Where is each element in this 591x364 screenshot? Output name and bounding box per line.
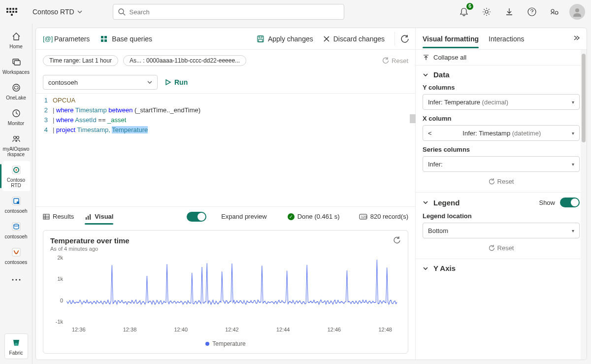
reset-legend-button[interactable]: Reset xyxy=(423,244,580,252)
rail-label: Home xyxy=(9,44,23,49)
pill-time-range[interactable]: Time range: Last 1 hour xyxy=(43,55,118,66)
label: Visual xyxy=(95,213,113,220)
chart-card: Temperature over time As of 4 minutes ag… xyxy=(43,230,408,354)
onelake-icon xyxy=(10,82,22,94)
workspaces-icon xyxy=(10,56,22,68)
rail-label: Fabric xyxy=(9,350,23,356)
y-columns-dropdown[interactable]: Infer: Temperature (decimal) ▾ xyxy=(423,94,580,110)
rail-workspaces[interactable]: Workspaces xyxy=(2,53,30,78)
svg-line-1 xyxy=(123,13,125,15)
expand-preview-toggle[interactable] xyxy=(187,212,206,222)
avatar[interactable] xyxy=(569,4,585,20)
rail-fabric[interactable]: Fabric xyxy=(4,333,28,359)
svg-point-24 xyxy=(19,279,20,281)
app-launcher-icon[interactable] xyxy=(6,6,18,18)
label: Run xyxy=(174,78,188,86)
label: Apply changes xyxy=(268,35,313,43)
rail-more[interactable] xyxy=(2,271,30,289)
tab-visual[interactable]: Visual xyxy=(85,209,113,224)
rail-monitor[interactable]: Monitor xyxy=(2,104,30,129)
fabric-icon xyxy=(10,337,22,349)
monitor-icon xyxy=(10,107,22,119)
chart-refresh-button[interactable] xyxy=(393,236,401,246)
apply-changes-button[interactable]: Apply changes xyxy=(257,35,313,43)
x-column-dropdown[interactable]: < Infer: Timestamp (datetime) ▾ xyxy=(423,125,580,141)
tab-interactions[interactable]: Interactions xyxy=(489,30,524,48)
legend-location-dropdown[interactable]: Bottom▾ xyxy=(423,223,580,238)
help-icon xyxy=(527,7,536,16)
rail-myworkspace[interactable]: myAIOqswo rkspace xyxy=(2,130,30,160)
rail-contosoeh-1[interactable]: contosoeh xyxy=(2,192,30,217)
download-button[interactable] xyxy=(501,4,517,20)
refresh-button[interactable] xyxy=(394,32,408,46)
tab-visual-formatting[interactable]: Visual formatting xyxy=(423,30,479,48)
download-icon xyxy=(505,7,514,16)
label: Data xyxy=(433,70,450,79)
section-yaxis-header[interactable]: Y Axis xyxy=(423,264,580,272)
collapse-all-button[interactable]: Collapse all xyxy=(416,50,587,65)
legend-show-toggle[interactable] xyxy=(560,198,580,207)
svg-rect-29 xyxy=(104,39,107,42)
expand-label: Expand preview xyxy=(221,213,267,220)
section-data-header[interactable]: Data xyxy=(423,70,580,79)
line-gutter: 1234 xyxy=(36,96,53,204)
discard-changes-button[interactable]: Discard changes xyxy=(323,35,385,43)
result-tabs: Results Visual Expand preview ✓ Done (0.… xyxy=(36,206,415,226)
queries-icon xyxy=(100,35,108,43)
panel-tabs: Visual formatting Interactions xyxy=(416,28,587,50)
svg-point-4 xyxy=(551,9,554,12)
workspace-dropdown[interactable]: Contoso RTD xyxy=(33,8,82,16)
settings-button[interactable] xyxy=(479,4,494,20)
chevron-down-icon xyxy=(423,199,428,205)
rail-label: Monitor xyxy=(8,121,24,126)
reset-data-button[interactable]: Reset xyxy=(423,178,580,185)
label: Done (0.461 s) xyxy=(297,213,340,220)
rail-label: contosoeh xyxy=(4,208,27,214)
query-editor[interactable]: 1234 OPCUA | where Timestamp between (_s… xyxy=(36,93,415,206)
rail-contosoes[interactable]: contosoes xyxy=(2,243,30,268)
reset-parameters[interactable]: Reset xyxy=(382,57,408,65)
parameters-button[interactable]: [@] Parameters xyxy=(43,35,90,43)
notifications-button[interactable]: 6 xyxy=(456,4,472,20)
svg-text:123: 123 xyxy=(361,215,367,219)
section-data: Data Y columns Infer: Temperature (decim… xyxy=(416,65,587,192)
svg-rect-39 xyxy=(90,214,91,220)
rail-contosoeh-2[interactable]: contosoeh xyxy=(2,218,30,242)
chevron-double-right-icon xyxy=(573,34,580,41)
svg-rect-31 xyxy=(259,36,262,38)
rail-contoso-rtd[interactable]: Contoso RTD xyxy=(2,161,30,191)
tab-results[interactable]: Results xyxy=(43,209,74,224)
section-legend-header[interactable]: Legend Show xyxy=(423,198,580,207)
search-input[interactable] xyxy=(113,4,344,20)
chart-plot[interactable]: 2k1k0-1k 12:3612:3812:4012:4212:4412:461… xyxy=(50,255,401,338)
feedback-button[interactable] xyxy=(547,4,562,20)
rail-home[interactable]: Home xyxy=(2,28,30,52)
notif-badge: 6 xyxy=(466,3,473,10)
y-columns-label: Y columns xyxy=(423,84,580,91)
section-legend: Legend Show Legend location Bottom▾ Rese… xyxy=(416,192,587,259)
svg-point-15 xyxy=(15,169,17,171)
status-done: ✓ Done (0.461 s) xyxy=(288,213,340,220)
scrollbar[interactable] xyxy=(581,50,587,360)
pill-asset[interactable]: As... : 0000aaaa-11bb-cccc-dd22-eeeee... xyxy=(123,55,246,66)
visual-formatting-panel: Visual formatting Interactions Collapse … xyxy=(415,28,587,360)
svg-rect-27 xyxy=(104,36,107,38)
rail-label: Workspaces xyxy=(2,69,30,75)
database-select[interactable]: contosoeh xyxy=(43,75,158,90)
run-button[interactable]: Run xyxy=(164,78,188,86)
search-field[interactable] xyxy=(130,8,339,16)
svg-point-0 xyxy=(119,9,124,14)
base-queries-button[interactable]: Base queries xyxy=(100,35,152,43)
x-axis: 12:3612:3812:4012:4212:4412:4612:48 xyxy=(67,327,397,332)
panel-expand-button[interactable] xyxy=(573,34,580,43)
label: 820 record(s) xyxy=(370,213,408,220)
scroll-thumb[interactable] xyxy=(582,54,586,142)
help-button[interactable] xyxy=(524,4,540,20)
legend-location-label: Legend location xyxy=(423,212,580,220)
splitter-handle[interactable] xyxy=(410,114,416,123)
series-columns-dropdown[interactable]: Infer:▾ xyxy=(423,156,580,172)
label: Collapse all xyxy=(433,54,466,61)
svg-rect-21 xyxy=(12,248,20,256)
rail-onelake[interactable]: OneLake xyxy=(2,79,30,103)
eventhouse-icon xyxy=(10,195,22,207)
